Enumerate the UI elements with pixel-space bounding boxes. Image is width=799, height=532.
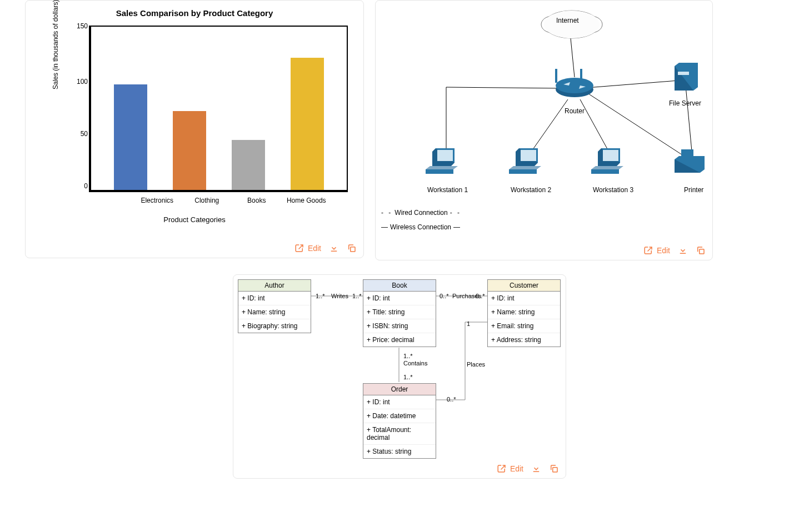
line-router-printer — [580, 88, 682, 155]
x-axis-label: Product Categories — [36, 215, 353, 224]
network-card: Internet Router File Server Workstation … — [375, 0, 713, 260]
workstation-icon — [423, 146, 462, 180]
download-icon[interactable] — [678, 245, 688, 255]
legend: - -Wired Connection- - —Wireless Connect… — [381, 209, 461, 238]
svg-rect-1 — [351, 247, 355, 252]
svg-rect-18 — [521, 150, 536, 161]
edit-icon — [497, 464, 507, 474]
workstation-icon — [507, 146, 546, 180]
uml-book: Book + ID: int + Title: string + ISBN: s… — [363, 279, 436, 347]
copy-icon[interactable] — [696, 245, 706, 255]
toolbar: Edit — [497, 464, 559, 474]
svg-rect-16 — [426, 169, 453, 174]
copy-icon[interactable] — [549, 464, 559, 474]
chart-card: Sales Comparison by Product Category Sal… — [25, 0, 364, 258]
line-router-left — [446, 87, 561, 88]
y-ticks: 150 100 50 0 — [71, 26, 88, 192]
uml-order: Order + ID: int + Date: datetime + Total… — [363, 383, 436, 459]
svg-rect-31 — [553, 468, 557, 472]
svg-rect-26 — [700, 249, 704, 254]
uml-customer: Customer + ID: int + Name: string + Emai… — [487, 279, 561, 347]
download-icon[interactable] — [329, 243, 339, 253]
edit-button[interactable]: Edit — [497, 464, 523, 474]
file-server-icon — [665, 62, 703, 95]
printer-icon — [669, 146, 708, 180]
svg-rect-13 — [678, 72, 689, 75]
uml-card: Author + ID: int + Name: string + Biogra… — [233, 274, 566, 479]
inner-frame — [90, 26, 348, 191]
edit-icon — [643, 245, 653, 255]
toolbar: Edit — [294, 243, 357, 253]
plot-area: Electronics Clothing Books Home Goods — [89, 26, 348, 192]
copy-icon[interactable] — [347, 243, 357, 253]
svg-rect-19 — [509, 169, 537, 174]
svg-rect-11 — [580, 69, 582, 83]
svg-rect-10 — [555, 69, 557, 83]
chart-title: Sales Comparison by Product Category — [36, 8, 353, 18]
download-icon[interactable] — [531, 464, 541, 474]
svg-rect-24 — [681, 149, 693, 158]
line-internet-router — [571, 38, 575, 77]
edit-button[interactable]: Edit — [643, 245, 670, 255]
svg-rect-22 — [591, 169, 619, 174]
y-axis-label: Sales (in thousands of dollars) — [52, 0, 59, 89]
edit-icon — [294, 243, 304, 253]
svg-rect-15 — [437, 150, 453, 161]
workstation-icon — [589, 146, 628, 180]
svg-point-7 — [544, 11, 600, 38]
svg-point-9 — [556, 78, 593, 93]
svg-rect-0 — [331, 251, 337, 252]
toolbar: Edit — [643, 245, 706, 255]
svg-rect-21 — [603, 150, 618, 161]
network-svg — [380, 5, 708, 238]
uml-author: Author + ID: int + Name: string + Biogra… — [238, 279, 311, 333]
edit-button[interactable]: Edit — [294, 243, 321, 253]
svg-rect-30 — [533, 471, 540, 473]
svg-rect-25 — [680, 253, 686, 254]
